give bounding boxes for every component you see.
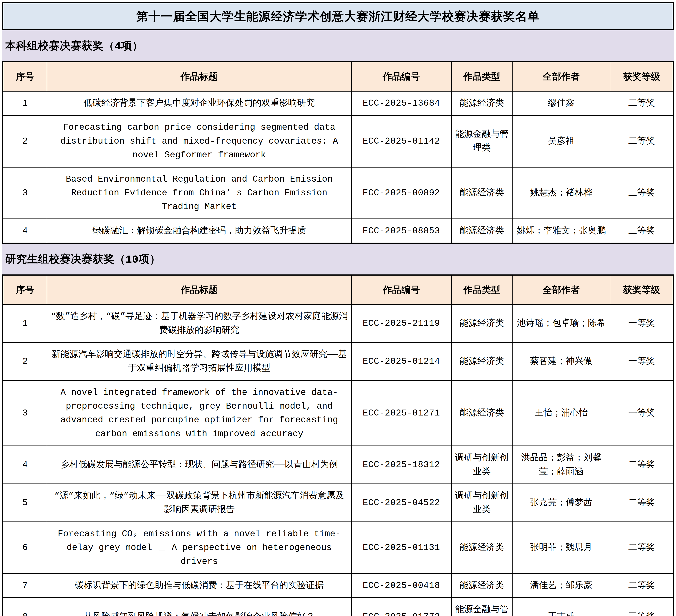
table-row: 2新能源汽车影响交通碳排放的时空分异、跨域传导与设施调节效应研究——基于双重纠偏…	[3, 342, 673, 381]
section-heading-undergraduate: 本科组校赛决赛获奖（4项）	[2, 31, 674, 61]
work-type: 能源经济类	[451, 219, 512, 243]
work-title: 从风险感知到风险规避：气候冲击如何影响企业风险偏好？	[47, 598, 351, 616]
work-title: Forecasting CO₂ emissions with a novel r…	[47, 522, 351, 573]
row-number: 5	[3, 484, 47, 522]
award-level: 三等奖	[610, 598, 673, 616]
authors: 王怡；浦心怡	[512, 381, 610, 446]
authors: 缪佳鑫	[512, 91, 610, 115]
work-type: 能源经济类	[451, 167, 512, 219]
work-code: ECC-2025-01271	[351, 381, 451, 446]
row-number: 4	[3, 446, 47, 484]
column-header-type: 作品类型	[451, 62, 512, 91]
authors: 潘佳艺；邹乐豪	[512, 573, 610, 598]
table-row: 7碳标识背景下的绿色助推与低碳消费：基于在线平台的实验证据ECC-2025-00…	[3, 573, 673, 598]
work-code: ECC-2025-01214	[351, 342, 451, 381]
row-number: 2	[3, 342, 47, 381]
table-row: 6Forecasting CO₂ emissions with a novel …	[3, 522, 673, 573]
table-row: 2Forecasting carbon price considering se…	[3, 115, 673, 167]
table-row: 1低碳经济背景下客户集中度对企业环保处罚的双重影响研究ECC-2025-1368…	[3, 91, 673, 115]
column-header-award: 获奖等级	[610, 275, 673, 304]
work-type: 能源经济类	[451, 91, 512, 115]
column-header-code: 作品编号	[351, 275, 451, 304]
work-title: Forecasting carbon price considering seg…	[47, 115, 351, 167]
column-header-code: 作品编号	[351, 62, 451, 91]
authors: 蔡智建；神兴傲	[512, 342, 610, 381]
work-type: 调研与创新创业类	[451, 446, 512, 484]
table-row: 4绿碳融汇：解锁碳金融合构建密码，助力效益飞升提质ECC-2025-08853能…	[3, 219, 673, 243]
work-code: ECC-2025-18312	[351, 446, 451, 484]
column-header-authors: 全部作者	[512, 275, 610, 304]
work-title: 新能源汽车影响交通碳排放的时空分异、跨域传导与设施调节效应研究——基于双重纠偏机…	[47, 342, 351, 381]
authors: 池诗瑶；包卓瑜；陈希	[512, 304, 610, 342]
authors: 王志成	[512, 598, 610, 616]
award-level: 二等奖	[610, 522, 673, 573]
authors: 张明菲；魏思月	[512, 522, 610, 573]
section-heading-graduate: 研究生组校赛决赛获奖（10项）	[2, 244, 674, 274]
award-level: 一等奖	[610, 381, 673, 446]
graduate-awards-table: 序号 作品标题 作品编号 作品类型 全部作者 获奖等级 1“数”造乡村，“碳”寻…	[2, 274, 674, 616]
work-code: ECC-2025-21119	[351, 304, 451, 342]
work-title: “源”来如此，“绿”动未来——双碳政策背景下杭州市新能源汽车消费意愿及影响因素调…	[47, 484, 351, 522]
award-list-sheet: 第十一届全国大学生能源经济学术创意大赛浙江财经大学校赛决赛获奖名单 本科组校赛决…	[0, 0, 676, 616]
column-header-no: 序号	[3, 62, 47, 91]
award-level: 三等奖	[610, 219, 673, 243]
row-number: 1	[3, 304, 47, 342]
page-title: 第十一届全国大学生能源经济学术创意大赛浙江财经大学校赛决赛获奖名单	[136, 8, 540, 24]
award-level: 二等奖	[610, 115, 673, 167]
award-level: 二等奖	[610, 573, 673, 598]
award-level: 一等奖	[610, 304, 673, 342]
undergraduate-awards-table: 序号 作品标题 作品编号 作品类型 全部作者 获奖等级 1低碳经济背景下客户集中…	[2, 61, 674, 244]
work-title: “数”造乡村，“碳”寻足迹：基于机器学习的数字乡村建设对农村家庭能源消费碳排放的…	[47, 304, 351, 342]
work-code: ECC-2025-04522	[351, 484, 451, 522]
column-header-type: 作品类型	[451, 275, 512, 304]
column-header-award: 获奖等级	[610, 62, 673, 91]
table-row: 3Based Environmental Regulation and Carb…	[3, 167, 673, 219]
table-row: 1“数”造乡村，“碳”寻足迹：基于机器学习的数字乡村建设对农村家庭能源消费碳排放…	[3, 304, 673, 342]
column-header-title: 作品标题	[47, 275, 351, 304]
award-level: 三等奖	[610, 167, 673, 219]
table-row: 3A novel integrated framework of the inn…	[3, 381, 673, 446]
work-title: A novel integrated framework of the inno…	[47, 381, 351, 446]
table-header-row: 序号 作品标题 作品编号 作品类型 全部作者 获奖等级	[3, 275, 673, 304]
row-number: 6	[3, 522, 47, 573]
authors: 姚慧杰；褚林桦	[512, 167, 610, 219]
table-row: 4乡村低碳发展与能源公平转型：现状、问题与路径研究——以青山村为例ECC-202…	[3, 446, 673, 484]
row-number: 2	[3, 115, 47, 167]
column-header-no: 序号	[3, 275, 47, 304]
authors: 张嘉芫；傅梦茜	[512, 484, 610, 522]
section-heading-label: 研究生组校赛决赛获奖（10项）	[5, 252, 161, 266]
work-code: ECC-2025-01142	[351, 115, 451, 167]
work-code: ECC-2025-13684	[351, 91, 451, 115]
row-number: 4	[3, 219, 47, 243]
award-level: 一等奖	[610, 342, 673, 381]
work-type: 能源经济类	[451, 342, 512, 381]
work-title: 碳标识背景下的绿色助推与低碳消费：基于在线平台的实验证据	[47, 573, 351, 598]
work-code: ECC-2025-08853	[351, 219, 451, 243]
section-heading-label: 本科组校赛决赛获奖（4项）	[5, 39, 143, 53]
work-type: 调研与创新创业类	[451, 484, 512, 522]
authors: 吴彦祖	[512, 115, 610, 167]
work-code: ECC-2025-01131	[351, 522, 451, 573]
work-type: 能源经济类	[451, 381, 512, 446]
work-title: 乡村低碳发展与能源公平转型：现状、问题与路径研究——以青山村为例	[47, 446, 351, 484]
table-row: 8从风险感知到风险规避：气候冲击如何影响企业风险偏好？ECC-2025-0177…	[3, 598, 673, 616]
row-number: 8	[3, 598, 47, 616]
work-type: 能源经济类	[451, 304, 512, 342]
column-header-authors: 全部作者	[512, 62, 610, 91]
award-level: 二等奖	[610, 91, 673, 115]
work-code: ECC-2025-01772	[351, 598, 451, 616]
work-title: Based Environmental Regulation and Carbo…	[47, 167, 351, 219]
work-title: 绿碳融汇：解锁碳金融合构建密码，助力效益飞升提质	[47, 219, 351, 243]
award-level: 二等奖	[610, 446, 673, 484]
table-row: 5“源”来如此，“绿”动未来——双碳政策背景下杭州市新能源汽车消费意愿及影响因素…	[3, 484, 673, 522]
authors: 洪晶晶；彭益；刘馨莹；薛雨涵	[512, 446, 610, 484]
work-title: 低碳经济背景下客户集中度对企业环保处罚的双重影响研究	[47, 91, 351, 115]
page-title-banner: 第十一届全国大学生能源经济学术创意大赛浙江财经大学校赛决赛获奖名单	[2, 2, 674, 31]
work-type: 能源经济类	[451, 573, 512, 598]
table-header-row: 序号 作品标题 作品编号 作品类型 全部作者 获奖等级	[3, 62, 673, 91]
work-type: 能源金融与管理类	[451, 598, 512, 616]
authors: 姚烁；李雅文；张奥鹏	[512, 219, 610, 243]
row-number: 7	[3, 573, 47, 598]
column-header-title: 作品标题	[47, 62, 351, 91]
work-code: ECC-2025-00418	[351, 573, 451, 598]
